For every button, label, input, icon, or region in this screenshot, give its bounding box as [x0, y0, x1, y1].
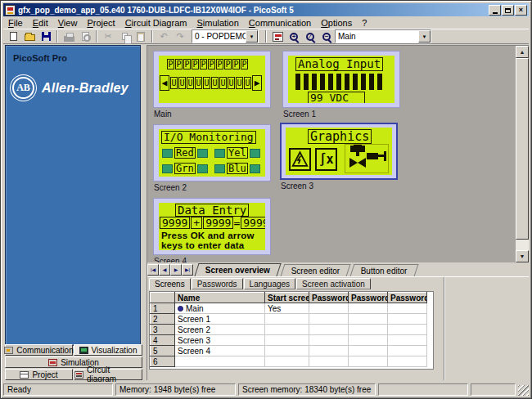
cell-start-screen[interactable]: [265, 325, 309, 335]
cell-start-screen[interactable]: Yes: [265, 303, 309, 314]
print-preview-button[interactable]: [77, 29, 93, 43]
paste-button[interactable]: [133, 29, 149, 43]
menu-circuit-diagram[interactable]: Circuit Diagram: [120, 17, 192, 29]
tab-scroll-last-button[interactable]: ▶|: [182, 264, 193, 276]
cell-password2[interactable]: [349, 356, 388, 367]
row-header[interactable]: 6: [151, 356, 175, 367]
cell-name[interactable]: Screen 3: [175, 335, 265, 346]
screen-preview-screen3[interactable]: Graphics ∫x: [280, 123, 398, 191]
tab-languages[interactable]: Languages: [244, 278, 296, 289]
screen-preview-screen1[interactable]: Analog Input 99 VDC Screen 1: [282, 51, 400, 119]
new-button[interactable]: [5, 29, 21, 43]
cell-start-screen[interactable]: [265, 314, 309, 325]
screen-selector[interactable]: Main ▼: [335, 29, 431, 43]
column-header-password1[interactable]: Password 1: [309, 293, 349, 303]
panel-splitter[interactable]: [444, 277, 445, 380]
cell-password1[interactable]: [309, 356, 349, 367]
zoom-out-button[interactable]: −: [318, 29, 335, 43]
display-settings-button[interactable]: [269, 29, 286, 43]
screen-preview-screen2[interactable]: I/O Monitoring Red Yel Grn: [153, 124, 271, 192]
cell-password3[interactable]: [388, 325, 427, 335]
zoom-reset-button[interactable]: ∕: [302, 29, 318, 43]
cell-password3[interactable]: [388, 303, 427, 314]
print-button[interactable]: [61, 29, 77, 43]
menu-file[interactable]: File: [3, 17, 28, 29]
resize-grip[interactable]: [518, 385, 529, 396]
tab-button-editor[interactable]: Button editor: [350, 264, 419, 276]
visualization-button[interactable]: Visualization: [74, 344, 142, 356]
column-header-password2[interactable]: Password 2: [349, 293, 388, 303]
scrollbar-thumb[interactable]: [516, 58, 529, 240]
cell-password3[interactable]: [388, 356, 427, 367]
menu-simulation[interactable]: Simulation: [192, 17, 243, 29]
cell-password2[interactable]: [349, 346, 388, 356]
tab-scroll-prev-button[interactable]: ◀: [159, 264, 170, 276]
cell-start-screen[interactable]: [265, 335, 309, 346]
cell-name[interactable]: Screen 2: [175, 325, 265, 335]
cell-password1[interactable]: [309, 335, 349, 346]
cell-password2[interactable]: [349, 325, 388, 335]
project-selector[interactable]: 0 - POPDEMO_ ▼: [192, 29, 259, 43]
scroll-up-icon[interactable]: ▲: [516, 46, 529, 58]
cell-password1[interactable]: [309, 314, 349, 325]
row-header[interactable]: 4: [151, 335, 175, 346]
chevron-down-icon[interactable]: ▼: [246, 30, 258, 43]
column-header-password3[interactable]: Password 3: [388, 293, 427, 303]
tab-screen-editor[interactable]: Screen editor: [281, 264, 351, 276]
chevron-down-icon[interactable]: ▼: [418, 30, 431, 43]
menu-view[interactable]: View: [53, 17, 83, 29]
copy-button[interactable]: [116, 29, 133, 43]
minimize-button[interactable]: [489, 5, 501, 16]
column-header-start-screen[interactable]: Start screen: [265, 293, 309, 303]
tab-passwords[interactable]: Passwords: [192, 278, 243, 289]
cell-password3[interactable]: [388, 314, 427, 325]
cell-start-screen[interactable]: [265, 346, 309, 356]
row-header[interactable]: 2: [151, 314, 175, 325]
open-button[interactable]: [21, 29, 38, 43]
restore-button[interactable]: [502, 5, 514, 16]
cell-password1[interactable]: [309, 325, 349, 335]
cell-start-screen[interactable]: [265, 356, 309, 367]
menu-project[interactable]: Project: [82, 17, 119, 29]
canvas-vertical-scrollbar[interactable]: ▲ ▼: [516, 46, 529, 262]
redo-button[interactable]: ↷: [172, 29, 188, 43]
zoom-in-button[interactable]: +: [286, 29, 302, 43]
undo-button[interactable]: ↶: [156, 29, 172, 43]
scroll-down-icon[interactable]: ▼: [516, 250, 529, 262]
menu-edit[interactable]: Edit: [28, 17, 53, 29]
tab-screen-overview[interactable]: Screen overview: [194, 263, 281, 276]
minimize-icon: [493, 12, 498, 14]
status-memory: Memory: 1948 byte(s) free: [115, 383, 236, 396]
cut-button[interactable]: ✂: [100, 29, 116, 43]
tab-screen-activation[interactable]: Screen activation: [296, 278, 371, 289]
cell-password2[interactable]: [349, 314, 388, 325]
project-button[interactable]: Project: [5, 369, 73, 380]
tab-screens[interactable]: Screens: [149, 278, 191, 290]
communication-button[interactable]: Communication: [5, 344, 73, 356]
cell-password1[interactable]: [309, 303, 349, 314]
save-button[interactable]: [38, 29, 54, 43]
cell-name[interactable]: Screen 4: [175, 346, 265, 356]
screen-preview-main[interactable]: P P P P P P P P P P ◀ U U: [153, 51, 271, 119]
cell-password3[interactable]: [388, 346, 427, 356]
screen-preview-screen4[interactable]: Data Entry 9999 + 9999 = 99999 Press OK …: [153, 198, 271, 262]
row-header[interactable]: 1: [151, 303, 175, 314]
menu-communication[interactable]: Communication: [244, 17, 316, 29]
cell-name[interactable]: Screen 1: [175, 314, 265, 325]
cell-password2[interactable]: [349, 335, 388, 346]
title-bar[interactable]: gfx_pop_demo_app_05.e40 1760-DUB-LDFC-IB…: [3, 3, 529, 16]
cell-name[interactable]: Main: [175, 303, 265, 314]
tab-scroll-first-button[interactable]: |◀: [147, 264, 159, 276]
row-header[interactable]: 5: [151, 346, 175, 356]
menu-options[interactable]: Options: [316, 17, 357, 29]
circuit-diagram-button[interactable]: Circuit diagram: [74, 369, 142, 380]
close-button[interactable]: ×: [515, 5, 527, 16]
menu-help[interactable]: ?: [357, 17, 372, 29]
tab-scroll-next-button[interactable]: ▶: [170, 264, 182, 276]
cell-name[interactable]: [175, 356, 265, 367]
cell-password3[interactable]: [388, 335, 427, 346]
cell-password2[interactable]: [349, 303, 388, 314]
cell-password1[interactable]: [309, 346, 349, 356]
row-header[interactable]: 3: [151, 325, 175, 335]
column-header-name[interactable]: Name: [175, 293, 265, 303]
